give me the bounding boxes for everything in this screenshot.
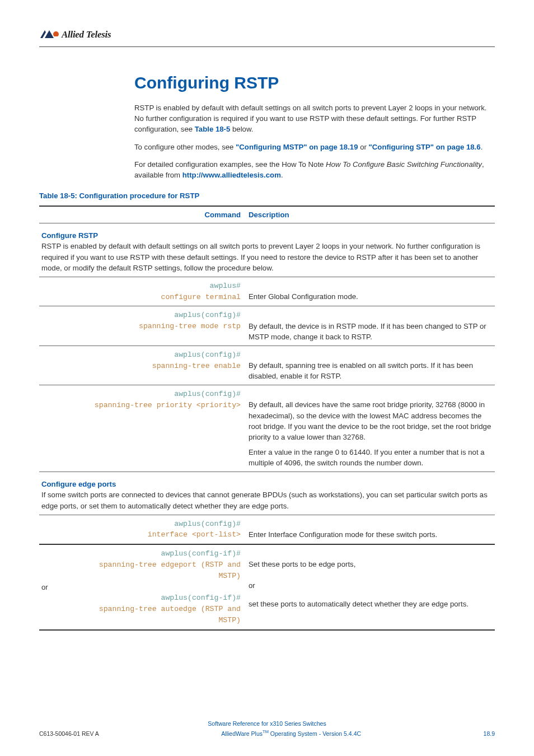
cli-command: spanning-tree priority <priority> <box>41 400 241 411</box>
cli-prompt: awplus(config-if)# <box>41 548 241 559</box>
row-desc: set these ports to automatically detect … <box>249 599 493 609</box>
cli-prompt: awplus# <box>41 281 241 292</box>
section-edge-ports-body: If some switch ports are connected to de… <box>41 489 493 514</box>
table-row: awplus(config)# spanning-tree enable By … <box>39 346 495 385</box>
row-desc: Set these ports to be edge ports, <box>249 559 493 570</box>
cli-command: spanning-tree edgeport (RSTP and <box>41 559 241 571</box>
cli-command: spanning-tree autoedge (RSTP and <box>41 604 241 615</box>
footer-product: AlliedWare PlusTM Operating System - Ver… <box>99 729 484 738</box>
cli-prompt: awplus(config-if)# <box>41 592 241 604</box>
section-configure-rstp-title: Configure RSTP <box>41 227 493 241</box>
footer-line1: Software Reference for x310 Series Switc… <box>39 720 495 728</box>
page-title: Configuring RSTP <box>134 71 495 95</box>
row-desc: Enter Interface Configuration mode for t… <box>249 530 437 539</box>
header-rule <box>39 46 495 47</box>
cli-command: spanning-tree enable <box>41 361 241 372</box>
table-row: awplus# configure terminal Enter Global … <box>39 277 495 306</box>
row-desc: By default, the device is in RSTP mode. … <box>249 322 486 341</box>
cli-command: configure terminal <box>41 292 241 303</box>
logo-mark <box>39 29 59 40</box>
page-footer: Software Reference for x310 Series Switc… <box>39 720 495 738</box>
cli-command: spanning-tree mode rstp <box>41 321 241 332</box>
cli-prompt: awplus(config)# <box>41 519 241 530</box>
svg-point-3 <box>53 31 59 37</box>
section-edge-ports-title: Configure edge ports <box>41 475 493 489</box>
cli-command: interface <port-list> <box>41 529 241 540</box>
cli-prompt: awplus(config)# <box>41 310 241 321</box>
config-table: Command Description Configure RSTP RSTP … <box>39 206 495 631</box>
brand-logo: Allied Telesis <box>39 28 495 42</box>
link-configuring-mstp[interactable]: "Configuring MSTP" on page 18.19 <box>236 143 358 151</box>
table-caption: Table 18-5: Configuration procedure for … <box>39 190 495 201</box>
section-configure-rstp-body: RSTP is enabled by default with default … <box>41 241 493 276</box>
row-desc: By default, spanning tree is enabled on … <box>249 361 473 380</box>
row-desc: Enter Global Configuration mode. <box>249 292 358 301</box>
link-alliedtelesis[interactable]: http://www.alliedtelesis.com <box>182 171 281 179</box>
table-row: awplus(config)# spanning-tree mode rstp … <box>39 306 495 346</box>
link-configuring-stp[interactable]: "Configuring STP" on page 18.6 <box>369 143 481 151</box>
row-desc-extra: Enter a value in the range 0 to 61440. I… <box>249 447 493 468</box>
or-label: or <box>41 582 241 593</box>
logo-text: Allied Telesis <box>62 28 111 42</box>
intro-p2: To configure other modes, see "Configuri… <box>134 142 495 152</box>
intro-p1: RSTP is enabled by default with default … <box>134 102 495 134</box>
table-row: awplus(config)# spanning-tree priority <… <box>39 385 495 472</box>
cli-prompt: awplus(config)# <box>41 389 241 400</box>
cli-prompt: awplus(config)# <box>41 349 241 361</box>
intro-block: RSTP is enabled by default with default … <box>134 102 495 180</box>
table-row: awplus(config)# interface <port-list> En… <box>39 515 495 544</box>
row-desc-or: or <box>249 580 493 591</box>
footer-page-number: 18.9 <box>484 730 495 738</box>
intro-p3: For detailed configuration examples, see… <box>134 159 495 180</box>
col-head-description: Description <box>246 206 495 223</box>
svg-rect-4 <box>54 36 59 39</box>
footer-rev: C613-50046-01 REV A <box>39 730 99 738</box>
cli-command-cont: MSTP) <box>41 571 241 582</box>
link-table-18-5[interactable]: Table 18-5 <box>195 125 231 133</box>
cli-command-cont: MSTP) <box>41 615 241 626</box>
col-head-command: Command <box>39 206 246 223</box>
table-row: awplus(config-if)# spanning-tree edgepor… <box>39 544 495 630</box>
howto-note-title: How To Configure Basic Switching Functio… <box>326 160 482 169</box>
row-desc: By default, all devices have the same ro… <box>249 399 493 442</box>
